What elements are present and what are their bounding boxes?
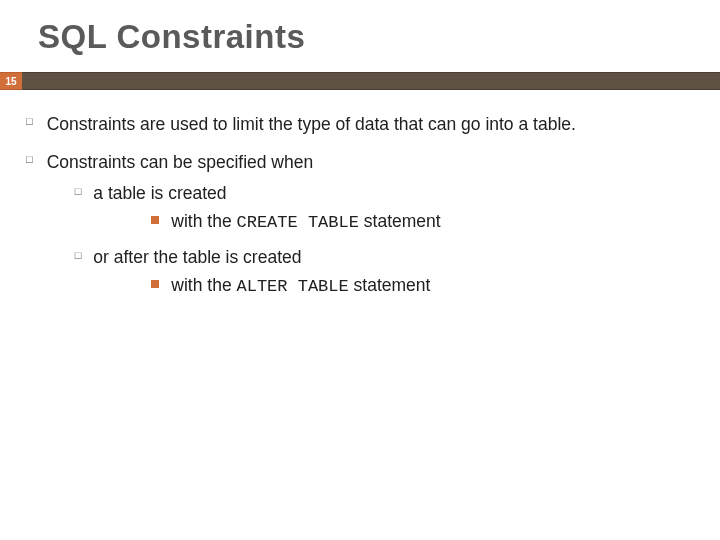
list-item: □ a table is created with the CREATE TAB… [47, 180, 690, 240]
square-bullet-icon: □ [75, 244, 82, 266]
text-run: statement [349, 275, 431, 295]
bullet-list-level1: □ Constraints are used to limit the type… [26, 110, 690, 308]
bullet-text: Constraints can be specified when [47, 148, 690, 176]
bullet-text: Constraints are used to limit the type o… [47, 110, 576, 138]
slide: SQL Constraints 15 □ Constraints are use… [0, 0, 720, 540]
slide-title: SQL Constraints [0, 0, 720, 72]
list-item: □ Constraints can be specified when □ a … [26, 148, 690, 308]
bullet-list-level3: with the ALTER TABLE statement [93, 272, 690, 304]
list-item: □ or after the table is created with the… [47, 244, 690, 304]
bullet-text: with the ALTER TABLE statement [171, 272, 430, 300]
code-text: CREATE TABLE [237, 213, 359, 232]
list-item: □ Constraints are used to limit the type… [26, 110, 690, 138]
bullet-list-level2: □ a table is created with the CREATE TAB… [47, 180, 690, 308]
square-bullet-icon: □ [26, 148, 33, 170]
header-bar: 15 [0, 72, 720, 90]
page-number-badge: 15 [0, 72, 22, 90]
list-item: with the ALTER TABLE statement [93, 272, 690, 300]
slide-body: □ Constraints are used to limit the type… [0, 90, 720, 308]
bullet-text: or after the table is created [93, 244, 690, 270]
square-bullet-icon: □ [26, 110, 33, 132]
header-bar-fill [22, 72, 720, 90]
text-run: statement [359, 211, 441, 231]
code-text: ALTER TABLE [237, 277, 349, 296]
orange-square-bullet-icon [151, 216, 159, 224]
bullet-list-level3: with the CREATE TABLE statement [93, 208, 690, 240]
bullet-text: with the CREATE TABLE statement [171, 208, 440, 236]
bullet-text: a table is created [93, 180, 690, 206]
list-item: with the CREATE TABLE statement [93, 208, 690, 236]
text-run: with the [171, 211, 236, 231]
text-run: with the [171, 275, 236, 295]
square-bullet-icon: □ [75, 180, 82, 202]
orange-square-bullet-icon [151, 280, 159, 288]
